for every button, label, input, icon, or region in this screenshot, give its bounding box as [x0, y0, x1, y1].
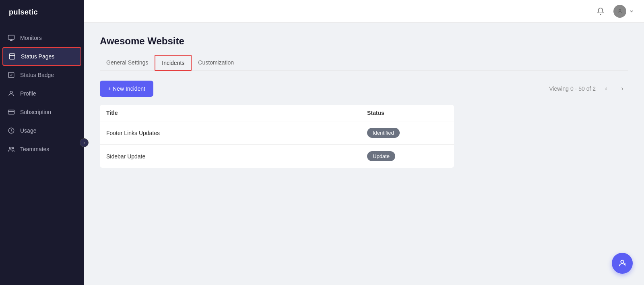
incident-title-1: Footer Links Updates: [106, 130, 367, 136]
user-menu[interactable]: [613, 5, 634, 18]
incident-title-2: Sidebar Update: [106, 153, 367, 160]
usage-icon: [7, 127, 15, 135]
brand-logo: pulsetic: [0, 0, 84, 25]
avatar-icon: [617, 8, 623, 14]
tab-general-settings[interactable]: General Settings: [100, 55, 155, 71]
svg-rect-1: [9, 54, 15, 59]
table-row[interactable]: Footer Links Updates Identified: [100, 121, 454, 145]
pagination-info: Viewing 0 - 50 of 2 ‹ ›: [549, 83, 628, 94]
svg-point-9: [621, 260, 623, 263]
sidebar-item-status-badge-label: Status Badge: [20, 72, 54, 78]
sidebar-item-usage[interactable]: Usage: [0, 121, 84, 140]
status-badge-icon: [7, 71, 15, 79]
new-incident-button[interactable]: + New Incident: [100, 81, 153, 97]
sidebar-item-usage-label: Usage: [20, 127, 36, 134]
sidebar: pulsetic Monitors Status Pages Status Ba…: [0, 0, 84, 285]
bell-icon: [597, 7, 605, 15]
page-content: Awesome Website General Settings Inciden…: [84, 23, 644, 285]
sidebar-item-teammates-label: Teammates: [20, 146, 49, 152]
svg-point-3: [10, 91, 12, 94]
subscription-icon: [7, 108, 15, 116]
svg-point-8: [619, 9, 621, 11]
sidebar-item-status-badge[interactable]: Status Badge: [0, 66, 84, 84]
sidebar-item-profile-label: Profile: [20, 90, 36, 97]
sidebar-collapse-button[interactable]: ‹: [80, 138, 89, 147]
page-title: Awesome Website: [100, 35, 628, 47]
tab-customization[interactable]: Customization: [192, 55, 240, 71]
sidebar-nav: Monitors Status Pages Status Badge Profi…: [0, 25, 84, 285]
main-content: Awesome Website General Settings Inciden…: [84, 0, 644, 285]
teammates-icon: [7, 145, 15, 153]
header-status: Status: [367, 110, 448, 116]
svg-rect-0: [8, 35, 14, 40]
sidebar-item-status-pages-label: Status Pages: [21, 53, 54, 60]
status-badge-identified: Identified: [367, 128, 400, 138]
bell-button[interactable]: [594, 5, 607, 18]
pagination-prev-button[interactable]: ‹: [601, 83, 612, 94]
status-badge-update: Update: [367, 151, 395, 161]
incidents-table: Title Status Footer Links Updates Identi…: [100, 105, 454, 168]
chevron-down-icon: [629, 8, 634, 14]
status-pages-icon: [8, 52, 16, 60]
floating-action-icon: [618, 259, 627, 268]
svg-point-6: [10, 147, 12, 149]
topbar: [84, 0, 644, 23]
table-row[interactable]: Sidebar Update Update: [100, 145, 454, 168]
tab-incidents[interactable]: Incidents: [155, 55, 192, 71]
tabs-bar: General Settings Incidents Customization: [100, 55, 628, 71]
sidebar-item-subscription-label: Subscription: [20, 109, 51, 115]
incidents-toolbar: + New Incident Viewing 0 - 50 of 2 ‹ ›: [100, 81, 628, 97]
pagination-next-button[interactable]: ›: [617, 83, 628, 94]
pagination-text: Viewing 0 - 50 of 2: [549, 85, 596, 92]
floating-action-button[interactable]: [612, 253, 633, 274]
sidebar-item-subscription[interactable]: Subscription: [0, 103, 84, 121]
sidebar-item-monitors-label: Monitors: [20, 35, 42, 41]
svg-rect-4: [8, 110, 14, 114]
sidebar-item-teammates[interactable]: Teammates: [0, 140, 84, 158]
svg-point-7: [12, 147, 14, 149]
avatar: [613, 5, 626, 18]
incident-status-1: Identified: [367, 128, 448, 138]
table-header: Title Status: [100, 105, 454, 121]
header-title: Title: [106, 110, 367, 116]
sidebar-item-profile[interactable]: Profile: [0, 84, 84, 103]
sidebar-item-monitors[interactable]: Monitors: [0, 29, 84, 47]
sidebar-item-status-pages[interactable]: Status Pages: [2, 47, 81, 66]
profile-icon: [7, 89, 15, 98]
incident-status-2: Update: [367, 151, 448, 161]
monitor-icon: [7, 34, 15, 42]
